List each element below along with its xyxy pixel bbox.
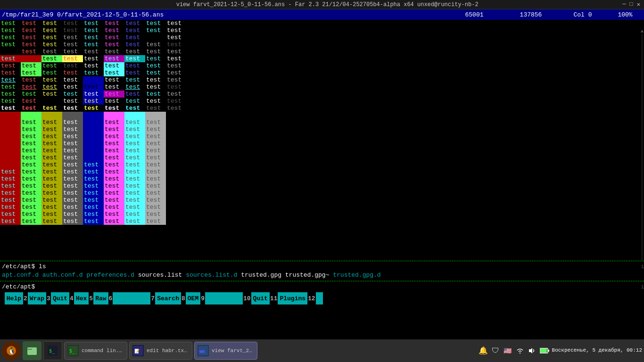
fkey-num-4: 4 <box>69 295 74 302</box>
svg-rect-2 <box>27 347 37 355</box>
taskbar-filemanager-icon[interactable] <box>23 341 41 360</box>
cell: test <box>41 105 62 112</box>
cell: test <box>62 41 83 48</box>
line-counter: 1 <box>641 263 644 271</box>
cell: test <box>41 41 62 48</box>
ls-item: preferences.d <box>86 272 134 279</box>
scroll-indicator[interactable]: ▲ ▼ <box>640 29 644 260</box>
cell: test <box>62 27 83 34</box>
terminal-line-2: apt.conf.d auth.conf.d preferences.d sou… <box>0 271 644 280</box>
cell: test <box>124 83 145 90</box>
fkey-6[interactable]: 6 <box>108 292 151 304</box>
cell: test <box>62 76 83 83</box>
taskbar-btn-command-icon: $_ <box>67 345 79 356</box>
cell: test <box>166 41 187 48</box>
fkey-label-9[interactable] <box>205 292 243 304</box>
fkey-12[interactable]: 12 <box>307 292 323 304</box>
fkey-num-10: 10 <box>243 295 251 302</box>
fkey-10[interactable]: 10 Quit <box>243 292 270 304</box>
taskbar-btn-editor-icon: 📝 <box>132 345 144 356</box>
tray-vpn-icon: 🔔 <box>479 346 488 355</box>
cell: test <box>145 69 166 76</box>
cell: test <box>166 98 187 105</box>
fkey-num-1: 1 <box>0 295 5 302</box>
fkey-label-10[interactable]: Quit <box>251 292 270 304</box>
fkey-num-2: 2 <box>23 295 28 302</box>
cell: test <box>124 48 145 55</box>
main-content: test test test test test test test test … <box>0 20 644 260</box>
maximize-button[interactable]: □ <box>630 1 633 8</box>
fkey-11[interactable]: 11 Plugins <box>270 292 307 304</box>
svg-rect-14 <box>548 350 549 352</box>
cell: test <box>62 105 83 112</box>
cell: test <box>104 83 124 90</box>
ls-item: auth.conf.d <box>42 272 83 279</box>
fkey-num-7: 7 <box>150 295 155 302</box>
cell: test <box>166 76 187 83</box>
cell: test <box>41 20 62 27</box>
cell: test <box>0 98 21 105</box>
fkey-2[interactable]: 2 Wrap <box>23 292 46 304</box>
cell <box>145 34 166 41</box>
fkey-8[interactable]: 8 OEM <box>181 292 200 304</box>
taskbar-btn-editor[interactable]: 📝 edit habr.txt ... <box>129 342 192 360</box>
close-button[interactable]: ✕ <box>637 1 640 8</box>
fkey-label-4[interactable]: Hex <box>74 292 89 304</box>
taskbar-btn-command[interactable]: $_ command lin... <box>64 342 127 360</box>
cell: test <box>124 20 145 27</box>
cell: test <box>124 55 145 62</box>
cell: test <box>145 62 166 69</box>
cell: test <box>62 55 83 62</box>
ls-item: trusted.gpg~ <box>285 272 330 279</box>
fkey-7[interactable]: 7 Search <box>150 292 181 304</box>
cell: test <box>166 34 187 41</box>
fkey-label-5[interactable]: Raw <box>93 292 108 304</box>
cell: test <box>166 48 187 55</box>
cell: test <box>145 105 166 112</box>
fkey-num-6: 6 <box>108 295 113 302</box>
fkey-3[interactable]: 3 Quit <box>46 292 69 304</box>
cell <box>21 55 41 62</box>
fkey-label-6[interactable] <box>113 292 150 304</box>
title-text: view farvt_2021-12-5_0-11-56.ans - Far 2… <box>32 1 622 8</box>
minimize-button[interactable]: ─ <box>622 1 626 8</box>
tray-flag-icon: 🇺🇸 <box>503 346 512 355</box>
fkey-label-8[interactable]: OEM <box>186 292 200 304</box>
terminal-prompt-2: /etc/apt$ <box>2 283 35 290</box>
cell: test <box>145 55 166 62</box>
cell: test <box>41 62 62 69</box>
fkey-1[interactable]: 1 Help <box>0 292 23 304</box>
fkey-label-7[interactable]: Search <box>155 292 181 304</box>
taskbar-terminal-icon[interactable]: $_ <box>43 341 62 360</box>
fkey-label-1[interactable]: Help <box>5 292 23 304</box>
fkey-num-9: 9 <box>200 295 205 302</box>
cell: test <box>145 98 166 105</box>
cell: test <box>21 69 41 76</box>
taskbar-system-icon[interactable]: 🐧 <box>2 341 21 360</box>
fkey-label-12[interactable] <box>316 292 323 304</box>
cell: test <box>41 55 62 62</box>
cell: test <box>0 105 21 112</box>
cell: test <box>104 20 124 27</box>
cell: test <box>0 90 21 98</box>
fkey-5[interactable]: 5 Raw <box>89 292 108 304</box>
cell: test <box>124 34 145 41</box>
window-controls[interactable]: ─ □ ✕ <box>622 1 640 8</box>
cell: test <box>0 55 21 62</box>
fkey-4[interactable]: 4 Hex <box>69 292 89 304</box>
taskbar: 🐧 $_ $_ command lin... 📝 edit habr.txt .… <box>0 339 644 362</box>
fkey-label-11[interactable]: Plugins <box>278 292 307 304</box>
tray-battery-icon <box>540 346 549 355</box>
fkey-label-3[interactable]: Quit <box>51 292 69 304</box>
cell <box>41 98 62 105</box>
scroll-up-arrow[interactable]: ▲ <box>641 29 644 34</box>
svg-text:▦▦: ▦▦ <box>199 349 205 354</box>
cell: test <box>41 90 62 98</box>
fkey-label-2[interactable]: Wrap <box>28 292 46 304</box>
fkey-num-11: 11 <box>270 295 278 302</box>
fkey-9[interactable]: 9 <box>200 292 243 304</box>
cell: test <box>41 27 62 34</box>
cell: test <box>41 76 62 83</box>
taskbar-btn-viewer[interactable]: ▦▦ view farvt_2... <box>194 342 257 360</box>
cell: test <box>21 27 41 34</box>
